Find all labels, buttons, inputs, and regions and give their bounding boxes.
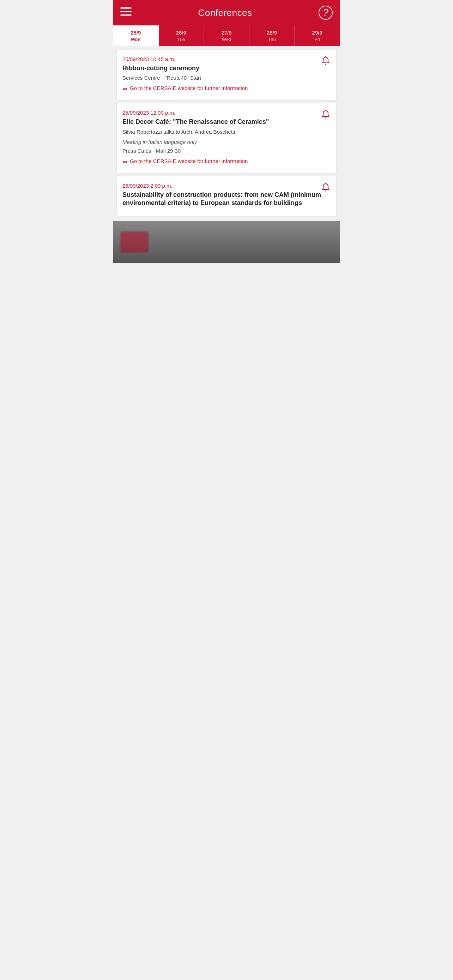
app-header: Conferences ?	[113, 0, 340, 25]
tab-mon-date: 25/9	[114, 29, 157, 37]
tab-mon[interactable]: 25/9 Mon	[113, 25, 159, 46]
tab-fri-day: Fri	[296, 37, 339, 43]
tab-thu-date: 28/9	[251, 29, 293, 37]
tab-tue-day: Tue	[160, 37, 202, 43]
day-tabs-bar: 25/9 Mon 26/9 Tue 27/9 Wed 28/9 Thu 29/9…	[113, 25, 340, 46]
link-icon-2: ⇔	[122, 158, 128, 167]
tab-wed-day: Wed	[205, 37, 248, 43]
card-2-title: Elle Decor Café: "The Renaissance of Cer…	[122, 118, 331, 126]
svg-rect-1	[120, 11, 132, 12]
page-title: Conferences	[198, 7, 252, 18]
conference-card-1: 25/09/2023 10.45 a.m. Ribbon-cutting cer…	[117, 50, 336, 100]
svg-rect-0	[120, 7, 132, 9]
card-2-bell-icon[interactable]	[321, 110, 331, 122]
tab-fri[interactable]: 29/9 Fri	[295, 25, 340, 46]
bottom-banner	[113, 221, 340, 263]
menu-icon[interactable]	[120, 7, 132, 18]
card-2-link[interactable]: ⇔ Go to the CERSAIE website for further …	[122, 158, 331, 167]
card-1-location: Services Centre - "Route40" Start	[122, 75, 331, 81]
tab-tue[interactable]: 26/9 Tue	[159, 25, 204, 46]
conference-card-3: 25/09/2023 2.00 p.m. Sustainability of c…	[117, 177, 336, 216]
tab-wed[interactable]: 27/9 Wed	[204, 25, 250, 46]
card-2-location2: Press Cafés - Mall 29-30	[122, 148, 331, 154]
card-2-description-italic: Meeting in Italian language only	[122, 139, 331, 145]
card-1-link-text: Go to the CERSAIE website for further in…	[130, 84, 248, 92]
card-2-description: Silvia Robertazzi talks to Arch. Andrea …	[122, 128, 331, 136]
conferences-list: 25/09/2023 10.45 a.m. Ribbon-cutting cer…	[113, 46, 340, 219]
card-3-bell-icon[interactable]	[321, 183, 331, 195]
tab-wed-date: 27/9	[205, 29, 248, 37]
tab-thu-day: Thu	[251, 37, 293, 43]
tab-fri-date: 29/9	[296, 29, 339, 37]
bottom-logo	[120, 231, 149, 253]
card-3-datetime: 25/09/2023 2.00 p.m.	[122, 183, 331, 189]
tab-tue-date: 26/9	[160, 29, 202, 37]
card-3-title: Sustainability of construction products:…	[122, 191, 331, 207]
conference-card-2: 25/09/2023 12.00 p.m. Elle Decor Café: "…	[117, 103, 336, 173]
card-2-datetime: 25/09/2023 12.00 p.m.	[122, 110, 331, 116]
svg-rect-2	[120, 14, 132, 16]
help-button[interactable]: ?	[319, 6, 333, 20]
tab-mon-day: Mon	[114, 37, 157, 43]
card-1-datetime: 25/09/2023 10.45 a.m.	[122, 56, 331, 62]
card-1-title: Ribbon-cutting ceremony	[122, 64, 331, 72]
card-2-link-text: Go to the CERSAIE website for further in…	[130, 158, 248, 165]
tab-thu[interactable]: 28/9 Thu	[250, 25, 295, 46]
card-1-bell-icon[interactable]	[321, 56, 331, 68]
card-1-link[interactable]: ⇔ Go to the CERSAIE website for further …	[122, 84, 331, 94]
link-icon-1: ⇔	[122, 85, 128, 94]
